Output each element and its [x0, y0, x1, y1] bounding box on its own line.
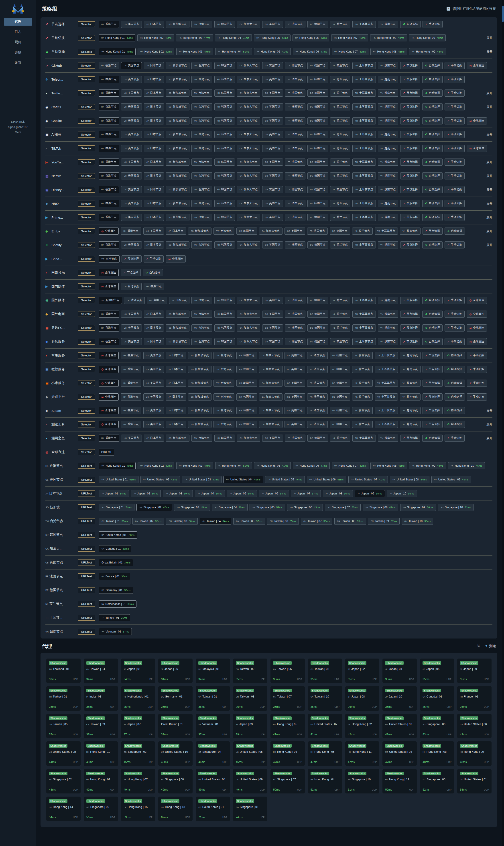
proxy-chip[interactable]: HK香港节点 [98, 200, 119, 207]
proxy-card[interactable]: ShadowsocksMYMalaysia | 0134msUDP [196, 659, 230, 683]
proxy-chip[interactable]: SG新加坡节点 [188, 366, 212, 373]
proxy-chip[interactable]: GB英国节点 [262, 200, 283, 207]
proxy-card[interactable]: ShadowsocksUSUnited States | 0153msUDP [457, 769, 491, 793]
proxy-chip[interactable]: ↗节点选择 [121, 269, 141, 276]
proxy-chip[interactable]: TW台湾节点 [192, 310, 212, 318]
proxy-chip[interactable]: VN越南节点 [400, 366, 420, 373]
proxy-card[interactable]: ShadowsocksHKHong Kong | 1454msUDP [46, 796, 80, 821]
proxy-chip[interactable]: ↗手动切换 [445, 76, 465, 83]
proxy-chip[interactable]: JP日本节点 [144, 435, 164, 442]
proxy-chip[interactable]: HK香港节点 [98, 76, 119, 83]
proxy-chip[interactable]: CNTaiwan | 1036ms [401, 518, 433, 525]
proxy-chip[interactable]: ♻自动选择 [445, 366, 465, 373]
proxy-chip[interactable]: TW台湾节点 [192, 214, 212, 221]
proxy-chip[interactable]: GB英国节点 [262, 62, 283, 69]
proxy-chip[interactable]: US美国节点 [121, 310, 142, 318]
proxy-chip[interactable]: TR土耳其节点 [375, 393, 398, 400]
proxy-card[interactable]: ShadowsocksUSUnited States | 0546msUDP [233, 741, 267, 766]
sidebar-item-2[interactable]: 规则 [4, 38, 32, 46]
proxy-chip[interactable]: HKHong Kong | 0749ms [332, 462, 368, 469]
proxy-chip[interactable]: ↗手动切换 [445, 186, 465, 193]
proxy-chip[interactable]: ◎全球直连 [467, 297, 487, 304]
checkbox-icon[interactable]: ✓ [447, 7, 450, 11]
proxy-chip[interactable]: ↗手动切换 [445, 62, 465, 69]
proxy-chip[interactable]: JPJapan | 0339ms [163, 490, 193, 497]
proxy-chip[interactable]: NL荷兰节点 [352, 352, 373, 359]
proxy-chip[interactable]: KR韩国节点 [214, 324, 235, 331]
proxy-chip[interactable]: ♻自动选择 [422, 338, 443, 345]
proxy-chip[interactable]: NL荷兰节点 [330, 117, 350, 124]
proxy-chip[interactable]: NL荷兰节点 [330, 200, 350, 207]
proxy-chip[interactable]: VN越南节点 [400, 228, 420, 235]
proxy-chip[interactable]: TW台湾节点 [192, 159, 212, 166]
proxy-chip[interactable]: ♻自动选择 [445, 228, 465, 235]
proxy-chip[interactable]: TR土耳其节点 [353, 241, 376, 249]
proxy-chip[interactable]: FR法国节点 [285, 297, 305, 304]
proxy-chip[interactable]: KR韩国节点 [214, 159, 235, 166]
proxy-chip[interactable]: CNTaiwan | 0434ms [200, 518, 231, 525]
proxy-chip[interactable]: SG新加坡节点 [166, 241, 190, 249]
proxy-card[interactable]: ShadowsocksCNTaiwan | 1036msUDP [308, 686, 342, 710]
proxy-chip[interactable]: KR韩国节点 [214, 435, 235, 442]
proxy-chip[interactable]: CNTaiwan | 0736ms [301, 518, 332, 525]
proxy-chip[interactable]: NL荷兰节点 [352, 380, 373, 387]
proxy-chip[interactable]: ♻自动选择 [422, 214, 443, 221]
proxy-card[interactable]: ShadowsocksTHThailand | 0133msUDP [46, 659, 80, 683]
proxy-chip[interactable]: SG新加坡节点 [166, 90, 190, 96]
proxy-chip[interactable]: DE德国节点 [307, 297, 328, 304]
proxy-chip[interactable]: ↗节点选择 [400, 241, 420, 249]
proxy-card[interactable]: ShadowsocksCNTaiwan | 0136msUDP [196, 686, 230, 710]
proxy-chip[interactable]: US美国节点 [121, 90, 142, 96]
proxy-chip[interactable]: NL荷兰节点 [330, 172, 350, 179]
expand-button[interactable]: 展开 [486, 436, 492, 440]
proxy-chip[interactable]: NLNetherlands | 0135ms [99, 600, 137, 608]
proxy-chip[interactable]: TW台湾节点 [192, 103, 212, 110]
proxy-chip[interactable]: FR法国节点 [285, 241, 305, 249]
proxy-chip[interactable]: NL荷兰节点 [330, 21, 350, 28]
proxy-chip[interactable]: KR韩国节点 [214, 297, 235, 304]
proxy-chip[interactable]: TR土耳其节点 [375, 352, 398, 359]
proxy-chip[interactable]: VN越南节点 [378, 338, 398, 345]
proxy-chip[interactable]: TR土耳其节点 [353, 214, 376, 221]
proxy-chip[interactable]: TW台湾节点 [192, 338, 212, 345]
proxy-chip[interactable]: TR土耳其节点 [353, 435, 376, 442]
proxy-card[interactable]: ShadowsocksSGSingapore | 0345msUDP [121, 741, 156, 766]
proxy-chip[interactable]: VN越南节点 [378, 62, 398, 69]
proxy-chip[interactable]: US美国节点 [121, 172, 142, 179]
proxy-chip[interactable]: HK香港节点 [98, 21, 119, 28]
proxy-chip[interactable]: ↗节点选择 [422, 393, 443, 400]
proxy-chip[interactable]: VN越南节点 [378, 200, 398, 207]
proxy-chip[interactable]: TR土耳其节点 [353, 172, 376, 179]
proxy-chip[interactable]: FR法国节点 [307, 407, 328, 414]
proxy-chip[interactable]: JP日本节点 [144, 90, 164, 96]
proxy-chip[interactable]: GB英国节点 [285, 393, 305, 400]
proxy-chip[interactable]: ♻自动选择 [422, 145, 443, 152]
proxy-chip[interactable]: FR法国节点 [285, 145, 305, 152]
proxy-chip[interactable]: GB英国节点 [285, 352, 305, 359]
proxy-chip[interactable]: SGSingapore | 0174ms [99, 504, 134, 511]
proxy-card[interactable]: ShadowsocksJPJapan | 0836msUDP [345, 686, 380, 710]
proxy-chip[interactable]: CNTaiwan | 0336ms [166, 518, 198, 525]
proxy-chip[interactable]: VN越南节点 [378, 21, 398, 28]
proxy-chip[interactable]: CA加拿大节点 [237, 324, 260, 331]
proxy-chip[interactable]: ♻自动选择 [422, 131, 443, 138]
proxy-chip[interactable]: KR韩国节点 [214, 200, 235, 207]
proxy-chip[interactable]: HKHong Kong | 0948ms [409, 34, 446, 41]
proxy-chip[interactable]: US美国节点 [143, 407, 164, 414]
proxy-chip[interactable]: HK香港节点 [121, 421, 141, 428]
proxy-chip[interactable]: JP日本节点 [169, 297, 190, 304]
proxy-card[interactable]: ShadowsocksSGSingapore | 0643msUDP [420, 714, 454, 738]
proxy-chip[interactable]: SG新加坡节点 [166, 131, 190, 138]
proxy-chip[interactable]: NL荷兰节点 [330, 159, 350, 166]
proxy-chip[interactable]: ↗节点选择 [400, 131, 420, 138]
proxy-chip[interactable]: ↗节点选择 [400, 338, 420, 345]
proxy-chip[interactable]: VN越南节点 [400, 421, 420, 428]
proxy-chip[interactable]: DE德国节点 [330, 407, 350, 414]
proxy-chip[interactable]: US美国节点 [143, 352, 164, 359]
proxy-chip[interactable]: JP日本节点 [144, 117, 164, 124]
proxy-chip[interactable]: ↗节点选择 [400, 200, 420, 207]
expand-button[interactable]: 展开 [486, 409, 492, 413]
proxy-chip[interactable]: NL荷兰节点 [330, 186, 350, 193]
proxy-chip[interactable]: HK香港节点 [98, 172, 119, 179]
proxy-chip[interactable]: HKHong Kong | 0647ms [293, 48, 329, 55]
